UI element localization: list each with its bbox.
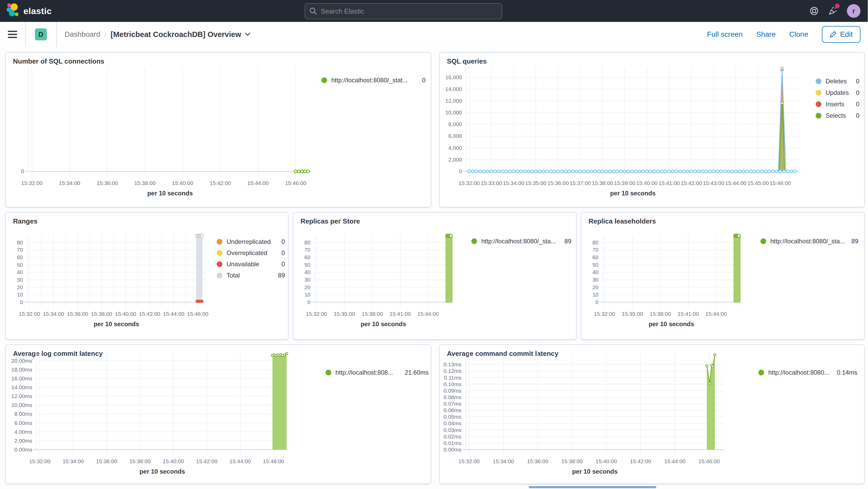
svg-text:15:44:00: 15:44:00 — [725, 180, 747, 186]
svg-text:15:38:00: 15:38:00 — [592, 180, 613, 186]
legend-item[interactable]: http://localhost:808...21.60ms — [326, 368, 429, 377]
legend-item[interactable]: Unavailable0 — [217, 260, 285, 268]
horizontal-scrollbar-thumb[interactable] — [529, 486, 656, 488]
kibana-app: elastic — [0, 0, 868, 489]
svg-text:per 10 seconds: per 10 seconds — [572, 468, 618, 475]
legend-item[interactable]: Overreplicated0 — [217, 249, 285, 257]
legend-value: 0 — [281, 249, 285, 256]
svg-text:30: 30 — [592, 277, 598, 283]
svg-text:15:42:00: 15:42:00 — [630, 458, 651, 464]
chart-sql_queries: 02,0004,0006,0008,00010,00012,00014,0001… — [440, 53, 864, 207]
legend-value: 0 — [856, 112, 859, 119]
legend-item[interactable]: Total89 — [217, 271, 285, 279]
svg-text:15:42:00: 15:42:00 — [210, 180, 231, 186]
svg-text:per 10 seconds: per 10 seconds — [610, 190, 656, 197]
clone-link[interactable]: Clone — [789, 30, 808, 38]
svg-text:15:41:00: 15:41:00 — [390, 311, 411, 317]
svg-text:15:32:00: 15:32:00 — [29, 458, 51, 464]
legend-item[interactable]: Deletes0 — [816, 77, 859, 86]
breadcrumb-separator: / — [104, 30, 106, 38]
legend-swatch-icon — [217, 261, 222, 267]
svg-text:15:38:00: 15:38:00 — [650, 311, 671, 317]
svg-text:0: 0 — [459, 168, 462, 174]
legend-label: http://localhost:8080/_sta... — [481, 238, 561, 245]
legend-value: 0.14ms — [837, 369, 857, 376]
full-screen-link[interactable]: Full screen — [707, 30, 743, 38]
svg-text:15:44:00: 15:44:00 — [229, 458, 251, 464]
edit-button[interactable]: Edit — [822, 26, 861, 43]
svg-text:15:34:00: 15:34:00 — [43, 311, 64, 317]
legend-item[interactable]: http://localhost:8080/_stat...0 — [321, 76, 426, 84]
svg-text:15:40:00: 15:40:00 — [596, 458, 617, 464]
chart-log_commit_latency: 0.00ms2.00ms4.00ms6.00ms8.00ms10.00ms12.… — [6, 345, 431, 484]
svg-text:80: 80 — [304, 239, 310, 245]
breadcrumb-dashboard[interactable]: Dashboard — [65, 30, 100, 38]
svg-text:15:38:00: 15:38:00 — [91, 311, 112, 317]
svg-text:0: 0 — [307, 299, 310, 305]
menu-button[interactable] — [0, 22, 25, 47]
legend-label: Updates — [826, 89, 853, 96]
help-icon[interactable] — [809, 6, 819, 16]
legend-label: Overreplicated — [226, 249, 278, 256]
avatar[interactable]: r — [847, 4, 861, 18]
panel-sql_queries: SQL queries02,0004,0006,0008,00010,00012… — [439, 52, 865, 207]
svg-text:6.00ms: 6.00ms — [14, 420, 32, 426]
svg-text:per 10 seconds: per 10 seconds — [147, 190, 193, 197]
svg-text:60: 60 — [592, 254, 598, 260]
dashboard-toolbar: D Dashboard / [Metricbeat CockroachDB] O… — [0, 22, 868, 47]
svg-text:70: 70 — [304, 247, 310, 253]
elastic-logo[interactable]: elastic — [0, 3, 84, 19]
svg-text:20.00ms: 20.00ms — [11, 358, 32, 364]
chart-sql_connections: 015:32:0015:34:0015:36:0015:38:0015:40:0… — [6, 53, 431, 207]
legend-swatch-icon — [816, 79, 822, 84]
legend-item[interactable]: Selects0 — [816, 112, 859, 120]
global-search[interactable] — [305, 3, 502, 19]
panel-command_commit_latency: Average command commit latency0.00ms0.01… — [439, 344, 865, 484]
svg-text:15:36:00: 15:36:00 — [96, 458, 117, 464]
legend-swatch-icon — [816, 90, 822, 96]
svg-text:15:38:00: 15:38:00 — [561, 458, 583, 464]
legend-value: 0 — [856, 89, 859, 96]
svg-text:70: 70 — [592, 247, 598, 253]
dashboard-app-badge[interactable]: D — [35, 28, 47, 40]
legend-item[interactable]: http://localhost:8080/_sta...89 — [761, 237, 858, 245]
divider — [25, 22, 26, 47]
legend-item[interactable]: Underreplicated0 — [217, 238, 285, 246]
legend-item[interactable]: Updates0 — [816, 89, 859, 97]
svg-text:16,000: 16,000 — [445, 74, 462, 80]
svg-text:per 10 seconds: per 10 seconds — [361, 320, 406, 328]
share-link[interactable]: Share — [756, 30, 776, 38]
pencil-icon — [830, 31, 836, 38]
legend-item[interactable]: http://localhost:8080...0.14ms — [758, 368, 857, 377]
svg-text:15:34:00: 15:34:00 — [493, 458, 514, 464]
svg-text:40: 40 — [592, 269, 598, 275]
toolbar-actions: Full screen Share Clone Edit — [707, 26, 868, 43]
svg-text:10: 10 — [592, 292, 598, 298]
elastic-logo-icon — [6, 3, 20, 19]
svg-text:0.13ms: 0.13ms — [443, 361, 462, 367]
legend-item[interactable]: http://localhost:8080/_sta...89 — [471, 237, 571, 245]
svg-text:20: 20 — [304, 284, 310, 290]
svg-text:15:40:00: 15:40:00 — [163, 458, 184, 464]
svg-text:0.07ms: 0.07ms — [443, 401, 462, 407]
legend-label: Inserts — [826, 100, 853, 108]
svg-text:80: 80 — [592, 239, 598, 245]
svg-text:0.00ms: 0.00ms — [443, 447, 462, 453]
legend-item[interactable]: Inserts0 — [816, 100, 859, 109]
svg-text:15:42:00: 15:42:00 — [681, 180, 702, 186]
svg-text:15:42:00: 15:42:00 — [196, 458, 217, 464]
svg-text:15:38:00: 15:38:00 — [362, 311, 383, 317]
panel-replica_leaseholders: Replica leaseholders0102030405060708015:… — [581, 212, 865, 340]
svg-text:15:40:00: 15:40:00 — [115, 311, 136, 317]
search-input[interactable] — [305, 7, 502, 16]
svg-text:15:43:00: 15:43:00 — [703, 180, 724, 186]
svg-text:60: 60 — [17, 254, 23, 260]
svg-text:0: 0 — [20, 299, 23, 305]
newsfeed-icon[interactable] — [828, 6, 838, 16]
svg-text:15:46:00: 15:46:00 — [187, 311, 208, 317]
legend-value: 89 — [851, 238, 858, 245]
svg-text:0.01ms: 0.01ms — [443, 440, 462, 446]
legend-value: 0 — [281, 238, 285, 245]
page-title[interactable]: [Metricbeat CockroachDB] Overview — [111, 30, 251, 39]
panel-log_commit_latency: Average log commit latency0.00ms2.00ms4.… — [5, 344, 431, 484]
